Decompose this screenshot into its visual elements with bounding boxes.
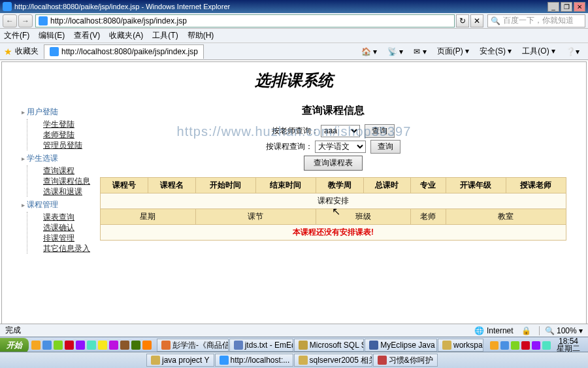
task-label: http://localhost:...: [231, 356, 290, 365]
sidebar-item-other-input[interactable]: 其它信息录入: [43, 243, 100, 254]
sidebar-item-select-drop[interactable]: 选课和退课: [43, 186, 100, 197]
sub-weekday: 星期: [101, 209, 196, 225]
start-button[interactable]: 开始: [0, 338, 29, 353]
safety-menu-button[interactable]: 安全(S) ▾: [475, 44, 516, 59]
page-sub-title: 查询课程信息: [100, 104, 566, 118]
back-button[interactable]: ←: [3, 14, 17, 27]
menu-bar: 文件(F) 编辑(E) 查看(V) 收藏夹(A) 工具(T) 帮助(H): [0, 29, 588, 43]
taskbar-task[interactable]: sqlserver2005 相关: [294, 354, 372, 367]
page-favicon: [39, 16, 48, 25]
maximize-button[interactable]: ❐: [561, 2, 572, 12]
forward-button[interactable]: →: [18, 14, 33, 27]
ql-icon[interactable]: [76, 341, 85, 350]
favorites-label[interactable]: 收藏夹: [15, 46, 39, 57]
taskbar-task[interactable]: java project Y: [146, 354, 214, 367]
sidebar-item-query-course[interactable]: 查询课程: [43, 165, 100, 176]
stop-button[interactable]: ✕: [470, 14, 483, 27]
task-icon: [220, 356, 229, 365]
query-schedule-button[interactable]: 查询课程表: [304, 156, 363, 171]
menu-edit[interactable]: 编辑(E): [39, 30, 65, 41]
task-icon: [299, 356, 308, 365]
tray-icon[interactable]: [511, 341, 519, 350]
query-course-button[interactable]: 查询: [370, 140, 400, 154]
taskbar-task[interactable]: http://localhost:...: [215, 354, 293, 367]
ql-icon[interactable]: [142, 341, 152, 350]
taskbar-task[interactable]: MyEclipse Java En...: [365, 339, 437, 352]
help-button[interactable]: ❔▾: [561, 45, 584, 58]
taskbar-row-lower: java project Yhttp://localhost:...sqlser…: [0, 352, 588, 368]
task-label: MyEclipse Java En...: [380, 341, 437, 350]
main-panel: 查询课程信息 按老师查询： aaa 查询 按课程查询： 大学语文 查询 查询课程…: [100, 104, 566, 254]
th-end-time: 结束时间: [255, 178, 316, 193]
home-button[interactable]: 🏠 ▾: [355, 45, 382, 58]
query-form: 按老师查询： aaa 查询 按课程查询： 大学语文 查询 查询课程表: [100, 124, 566, 171]
tray-icon[interactable]: [500, 341, 509, 350]
browser-tab[interactable]: http://localhost:8080/paike/jsp/index.js…: [44, 44, 204, 59]
favorites-star-icon[interactable]: ★: [4, 46, 12, 57]
ql-icon[interactable]: [120, 341, 129, 350]
clock[interactable]: 18:54星期二: [553, 338, 584, 352]
sub-period: 课节: [195, 209, 316, 225]
sidebar-item-schedule-manage[interactable]: 排课管理: [43, 233, 100, 243]
tray-icon[interactable]: [532, 341, 540, 350]
task-label: jtds.txt - EmEditor: [245, 341, 293, 350]
taskbar-task[interactable]: Microsoft SQL Ser...: [294, 339, 364, 352]
protected-mode: 🔒: [521, 326, 531, 335]
sub-class: 班级: [316, 209, 411, 225]
security-zone[interactable]: 🌐 Internet: [474, 326, 514, 335]
tray-icon[interactable]: [542, 341, 551, 350]
label-course-query: 按课程查询：: [266, 142, 313, 151]
taskbar-task[interactable]: workspace: [438, 339, 483, 352]
taskbar-task[interactable]: 习惯&你呵护: [373, 354, 438, 367]
th-course-name: 课程名: [148, 178, 195, 193]
tools-menu-button[interactable]: 工具(O) ▾: [517, 44, 560, 59]
sub-teacher: 老师: [411, 209, 446, 225]
th-grade: 开课年级: [446, 178, 506, 193]
task-icon: [234, 341, 243, 350]
tray-icon[interactable]: [521, 341, 530, 350]
sub-room: 教室: [446, 209, 566, 225]
url-field[interactable]: http://localhost:8080/paike/jsp/index.js…: [35, 14, 455, 27]
menu-help[interactable]: 帮助(H): [188, 30, 214, 41]
th-course-id: 课程号: [101, 178, 148, 193]
sidebar-item-admin-login[interactable]: 管理员登陆: [43, 140, 100, 150]
taskbar-task[interactable]: 彭学浩-《商品信息...: [157, 339, 229, 352]
window-title: http://localhost:8080/paike/jsp/index.js…: [14, 3, 547, 10]
menu-view[interactable]: 查看(V): [74, 30, 100, 41]
page-menu-button[interactable]: 页面(P) ▾: [433, 44, 474, 59]
sidebar-item-student-login[interactable]: 学生登陆: [43, 119, 100, 129]
ql-icon[interactable]: [98, 341, 107, 350]
ql-icon[interactable]: [31, 341, 41, 350]
sidebar-item-timetable-query[interactable]: 课表查询: [43, 212, 100, 222]
select-teacher[interactable]: aaa: [321, 125, 360, 137]
query-teacher-button[interactable]: 查询: [365, 124, 395, 138]
label-teacher-query: 按老师查询：: [272, 126, 319, 135]
close-button[interactable]: ✕: [574, 2, 585, 12]
sidebar-item-query-course-info[interactable]: 查询课程信息: [43, 176, 100, 186]
sidebar-item-select-confirm[interactable]: 选课确认: [43, 222, 100, 233]
ql-icon[interactable]: [54, 341, 63, 350]
minimize-button[interactable]: _: [547, 2, 559, 12]
th-start-time: 开始时间: [195, 178, 255, 193]
ql-icon[interactable]: [42, 341, 52, 350]
refresh-button[interactable]: ↻: [456, 14, 469, 27]
feed-button[interactable]: 📡 ▾: [383, 45, 408, 58]
menu-file[interactable]: 文件(F): [4, 30, 29, 41]
ql-icon[interactable]: [131, 341, 140, 350]
sidebar-item-teacher-login[interactable]: 老师登陆: [43, 129, 100, 140]
taskbar-task[interactable]: jtds.txt - EmEditor: [229, 339, 293, 352]
ql-icon[interactable]: [87, 341, 96, 350]
menu-tools[interactable]: 工具(T): [152, 30, 178, 41]
task-icon: [369, 341, 378, 350]
mail-button[interactable]: ✉ ▾: [409, 45, 431, 58]
ql-icon[interactable]: [65, 341, 74, 350]
search-box[interactable]: 🔍 百度一下，你就知道: [487, 14, 585, 27]
url-text: http://localhost:8080/paike/jsp/index.js…: [50, 16, 187, 25]
menu-favorites[interactable]: 收藏夹(A): [109, 30, 143, 41]
tray-icon[interactable]: [490, 341, 498, 350]
zoom-control[interactable]: 🔍 100% ▾: [539, 326, 583, 335]
ql-icon[interactable]: [109, 341, 118, 350]
status-bar: 完成 🌐 Internet 🔒 🔍 100% ▾: [0, 324, 588, 337]
select-course[interactable]: 大学语文: [315, 141, 366, 153]
task-label: 彭学浩-《商品信息...: [172, 340, 229, 351]
